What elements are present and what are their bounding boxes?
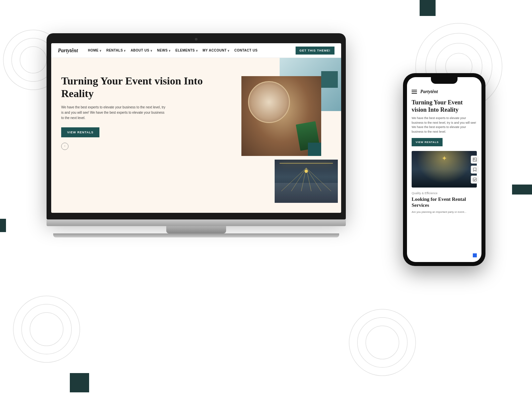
hamburger-line-3 <box>412 93 417 94</box>
mobile-notch <box>431 77 458 84</box>
laptop-venue-image <box>275 160 338 203</box>
laptop-navbar: Partytênt HOME RENTALS ABOUT US NEWS ELE… <box>51 43 341 58</box>
laptop-venue-image-content <box>275 160 338 203</box>
mobile-header: Partytênt <box>412 86 477 94</box>
mobile-scroll-indicator <box>473 253 477 257</box>
hamburger-line-2 <box>412 91 417 92</box>
decorative-square-top-right <box>420 0 436 16</box>
svg-line-14 <box>291 168 306 191</box>
laptop-scroll-indicator[interactable] <box>61 143 68 150</box>
laptop-hero-title: Turning Your Event vision Into Reality <box>61 74 225 100</box>
mobile-screen: Partytênt Turning Your Event vision Into… <box>407 77 481 262</box>
mobile-logo: Partytênt <box>420 89 438 94</box>
mobile-icon-check[interactable] <box>471 176 479 184</box>
decorative-circles-bottom-left <box>10 293 83 366</box>
image-teal-corner <box>308 143 321 156</box>
nav-link-about[interactable]: ABOUT US <box>131 49 152 52</box>
svg-rect-22 <box>473 178 476 181</box>
decorative-square-right <box>512 185 532 195</box>
svg-point-12 <box>366 326 399 359</box>
laptop-hero-description: We have the best experts to elevate your… <box>61 105 168 121</box>
mobile-section-description: Are you planning an important party or e… <box>412 210 477 214</box>
nav-link-home[interactable]: HOME <box>88 49 101 52</box>
laptop-foot <box>53 233 339 237</box>
mobile-icon-bookmark[interactable] <box>471 166 479 174</box>
mobile-view-rentals-button[interactable]: VIEW RENTALS <box>412 138 443 146</box>
mobile-side-icons <box>471 156 479 184</box>
laptop-hero-images <box>235 58 341 213</box>
svg-line-17 <box>306 168 321 191</box>
svg-line-18 <box>306 168 331 191</box>
nav-link-rentals[interactable]: RENTALS <box>106 49 126 52</box>
nav-link-account[interactable]: MY ACCOUNT <box>202 49 229 52</box>
nav-link-contact[interactable]: CONTACT US <box>234 49 258 52</box>
mobile-device: Partytênt Turning Your Event vision Into… <box>403 73 485 266</box>
decorative-circles-bottom-right <box>346 306 419 379</box>
svg-point-19 <box>305 170 308 173</box>
mobile-icon-image[interactable] <box>471 156 479 164</box>
nav-link-elements[interactable]: ELEMENTS <box>176 49 198 52</box>
laptop-cta-button[interactable]: GET THIS THEME! <box>296 47 335 55</box>
mobile-hamburger-menu[interactable] <box>412 90 417 94</box>
laptop-teal-decoration <box>321 71 338 88</box>
mobile-hero-description: We have the best experts to elevate your… <box>412 116 477 134</box>
svg-point-11 <box>357 318 407 367</box>
laptop-camera <box>195 38 198 41</box>
mobile-section-title: Looking for Event Rental Services <box>412 196 477 208</box>
laptop-hero: Turning Your Event vision Into Reality W… <box>51 58 341 213</box>
laptop-screen: Partytênt HOME RENTALS ABOUT US NEWS ELE… <box>51 43 341 213</box>
svg-line-13 <box>281 168 306 191</box>
mobile-section-subtitle: Quality & Efficience <box>412 192 477 195</box>
laptop-nav-links: HOME RENTALS ABOUT US NEWS ELEMENTS MY A… <box>88 49 295 52</box>
mobile-venue-image <box>412 151 477 188</box>
laptop-device: Partytênt HOME RENTALS ABOUT US NEWS ELE… <box>47 33 346 246</box>
svg-point-6 <box>20 47 47 73</box>
decorative-square-bottom-left <box>70 373 89 392</box>
mobile-body: Partytênt Turning Your Event vision Into… <box>403 73 485 266</box>
decorative-square-left <box>0 219 6 232</box>
svg-point-9 <box>30 313 63 346</box>
laptop-base <box>47 219 346 226</box>
svg-point-7 <box>13 296 80 362</box>
svg-point-10 <box>349 309 416 376</box>
mobile-hero-title: Turning Your Event vision Into Reality <box>412 99 477 113</box>
laptop-logo: Partytênt <box>58 48 78 54</box>
laptop-view-rentals-button[interactable]: VIEW RENTALS <box>61 127 99 137</box>
mobile-content: Partytênt Turning Your Event vision Into… <box>407 77 481 262</box>
nav-link-news[interactable]: NEWS <box>157 49 171 52</box>
svg-point-8 <box>22 304 71 354</box>
laptop-food-image <box>241 76 321 156</box>
laptop-stand <box>166 226 226 233</box>
laptop-hero-left: Turning Your Event vision Into Reality W… <box>51 58 235 213</box>
hamburger-line-1 <box>412 90 417 90</box>
